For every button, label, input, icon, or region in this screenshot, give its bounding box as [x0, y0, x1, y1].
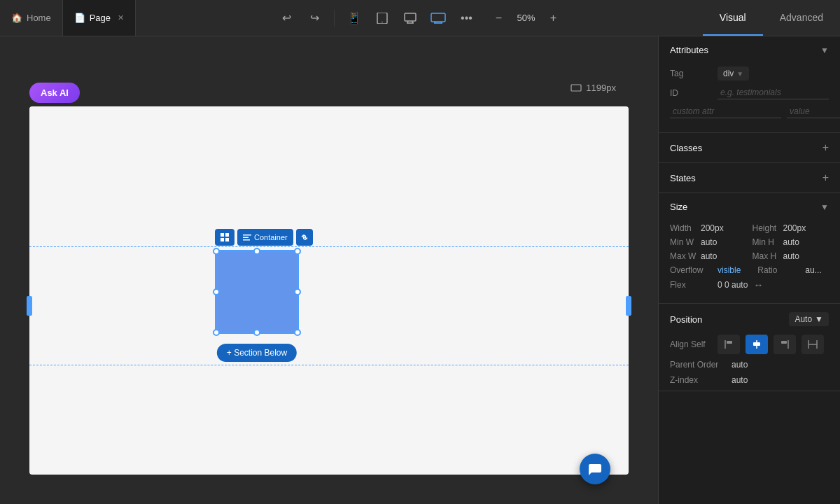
- resize-handle-bottom-center[interactable]: [253, 329, 260, 336]
- zindex-label: Z-index: [670, 375, 726, 385]
- zoom-controls: − 50% +: [489, 8, 563, 28]
- attributes-chevron-icon: ▼: [820, 46, 829, 55]
- resize-handle-top-left[interactable]: [213, 248, 220, 255]
- section-handle-left[interactable]: [27, 296, 32, 316]
- align-self-center-button[interactable]: [746, 335, 768, 354]
- px-value: 1199px: [586, 83, 616, 93]
- home-tab-label: Home: [27, 13, 51, 23]
- canvas-page[interactable]: Container + Section Below: [29, 106, 629, 475]
- zoom-in-button[interactable]: +: [543, 8, 563, 28]
- ask-ai-button[interactable]: Ask AI: [29, 83, 80, 103]
- min-w-label: Min W: [670, 237, 698, 247]
- max-h-value: auto: [783, 251, 799, 261]
- svg-rect-12: [225, 233, 229, 237]
- tag-select-dropdown[interactable]: div ▼: [718, 66, 749, 80]
- width-value: 200px: [701, 223, 724, 233]
- page-tab[interactable]: 📄 Page ✕: [63, 0, 136, 36]
- section-handle-right[interactable]: [626, 296, 631, 316]
- add-state-button[interactable]: +: [822, 172, 829, 184]
- size-header[interactable]: Size ▼: [659, 193, 840, 220]
- advanced-panel-tab[interactable]: Advanced: [763, 0, 840, 36]
- overflow-row: Overflow visible Ratio au...: [670, 265, 829, 275]
- zoom-level: 50%: [511, 13, 540, 23]
- max-h-label: Max H: [752, 251, 780, 261]
- width-field: Width 200px: [670, 223, 747, 233]
- desktop-view-button[interactable]: [399, 7, 421, 29]
- align-self-label: Align Self: [670, 340, 712, 349]
- zoom-out-button[interactable]: −: [489, 8, 508, 28]
- toolbar-center: ↩ ↪ 📱 ••• − 50% +: [136, 7, 703, 29]
- container-box[interactable]: [215, 250, 299, 334]
- viewport-size-indicator: 1199px: [570, 83, 616, 93]
- attributes-section: Attributes ▼ Tag div ▼ ID: [659, 36, 840, 133]
- max-w-field: Max W auto: [670, 251, 747, 261]
- resize-handle-middle-left[interactable]: [213, 288, 220, 295]
- height-value: 200px: [783, 223, 806, 233]
- resize-handle-bottom-right[interactable]: [294, 329, 301, 336]
- svg-rect-14: [225, 238, 229, 241]
- canvas-area[interactable]: Ask AI 1199px Container: [0, 36, 658, 504]
- height-field: Height 200px: [752, 223, 830, 233]
- resize-handle-bottom-left[interactable]: [213, 329, 220, 336]
- min-h-field: Min H auto: [752, 237, 830, 247]
- tablet-view-button[interactable]: [371, 7, 393, 29]
- states-section: States +: [659, 163, 840, 193]
- svg-rect-10: [571, 85, 581, 91]
- parent-order-row: Parent Order auto: [659, 360, 840, 370]
- selection-overlay: [29, 246, 629, 365]
- widescreen-view-button[interactable]: [427, 7, 449, 29]
- position-header[interactable]: Position Auto ▼: [659, 304, 840, 335]
- svg-rect-6: [431, 13, 445, 22]
- chat-fab-button[interactable]: [580, 454, 610, 484]
- states-title: States: [670, 173, 696, 183]
- container-link-button[interactable]: [296, 229, 313, 246]
- position-select-dropdown[interactable]: Auto ▼: [789, 312, 829, 326]
- min-w-field: Min W auto: [670, 237, 747, 247]
- container-label-button[interactable]: Container: [237, 229, 293, 246]
- container-label-text: Container: [254, 233, 288, 241]
- attributes-header[interactable]: Attributes ▼: [659, 36, 840, 64]
- topbar: 🏠 Home 📄 Page ✕ ↩ ↪ 📱 ••• − 50% + Visual: [0, 0, 840, 36]
- align-self-start-button[interactable]: [718, 335, 740, 354]
- redo-button[interactable]: ↪: [303, 7, 326, 29]
- resize-handle-top-center[interactable]: [253, 248, 260, 255]
- align-self-stretch-button[interactable]: [802, 335, 824, 354]
- custom-attr-input[interactable]: [670, 105, 781, 118]
- undo-button[interactable]: ↩: [275, 7, 298, 29]
- home-icon: 🏠: [11, 13, 22, 23]
- svg-line-18: [304, 237, 305, 238]
- resize-handle-middle-right[interactable]: [294, 288, 301, 295]
- svg-point-1: [382, 21, 384, 22]
- visual-panel-tab[interactable]: Visual: [703, 0, 763, 36]
- flex-expand-icon[interactable]: ↔: [753, 279, 763, 290]
- min-h-label: Min H: [752, 237, 780, 247]
- mobile-view-button[interactable]: 📱: [343, 7, 365, 29]
- add-section-below-button[interactable]: + Section Below: [217, 344, 297, 362]
- ratio-value: au...: [805, 265, 821, 275]
- flex-value: 0 0 auto: [718, 280, 748, 290]
- custom-value-input[interactable]: [787, 105, 840, 118]
- panel-tabs: Visual Advanced: [703, 0, 840, 36]
- id-input[interactable]: [718, 86, 829, 99]
- element-grid-button[interactable]: [215, 229, 234, 246]
- svg-rect-17: [243, 239, 250, 241]
- width-label: Width: [670, 223, 698, 233]
- svg-rect-22: [753, 342, 760, 346]
- tab-bar: 🏠 Home 📄 Page ✕: [0, 0, 136, 36]
- overflow-label: Overflow: [670, 265, 712, 275]
- close-tab-icon[interactable]: ✕: [118, 13, 124, 22]
- resize-handle-top-right[interactable]: [294, 248, 301, 255]
- max-w-label: Max W: [670, 251, 698, 261]
- classes-header[interactable]: Classes +: [659, 133, 840, 162]
- align-self-end-button[interactable]: [774, 335, 796, 354]
- size-grid: Width 200px Height 200px Min W auto Min …: [670, 223, 829, 261]
- right-panel: Attributes ▼ Tag div ▼ ID: [658, 36, 840, 504]
- add-class-button[interactable]: +: [822, 141, 829, 154]
- position-section: Position Auto ▼ Align Self: [659, 304, 840, 391]
- container-element[interactable]: Container + Section Below: [215, 250, 299, 334]
- svg-rect-16: [243, 237, 248, 239]
- home-tab[interactable]: 🏠 Home: [0, 0, 63, 36]
- svg-rect-24: [781, 341, 787, 344]
- more-options-button[interactable]: •••: [455, 7, 477, 29]
- states-header[interactable]: States +: [659, 163, 840, 192]
